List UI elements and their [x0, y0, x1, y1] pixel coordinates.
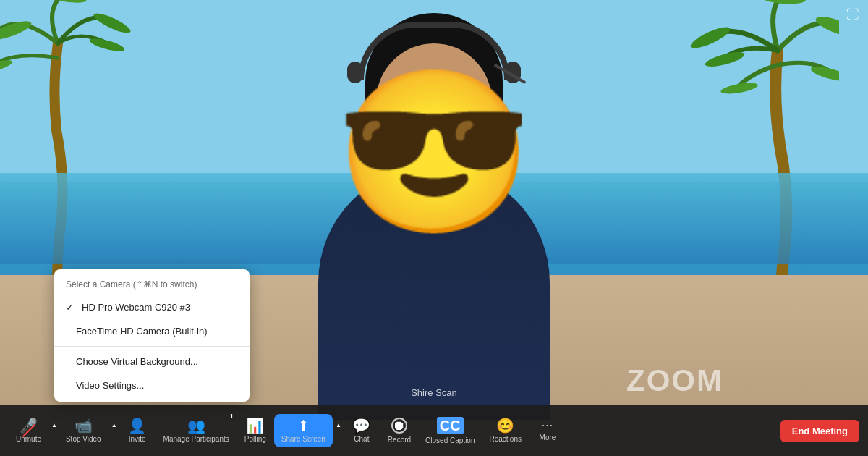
- chat-button[interactable]: 💬 Chat: [343, 414, 380, 447]
- toolbar: 🎤 Unmute ▲ 📹 Stop Video ▲ 👤 Invite 1 👥 M…: [0, 405, 868, 456]
- mute-group: 🎤 Unmute ▲: [9, 414, 59, 447]
- unmute-button[interactable]: 🎤 Unmute: [9, 414, 48, 447]
- svg-point-7: [688, 23, 732, 52]
- svg-point-8: [704, 49, 746, 69]
- main-container: 😎 ZOOM Shire Scan Select a Camera (⌃⌘N t…: [0, 0, 868, 456]
- unmute-label: Unmute: [16, 435, 41, 443]
- closed-caption-icon: CC: [437, 417, 464, 434]
- chat-icon: 💬: [352, 418, 370, 433]
- mute-caret[interactable]: ▲: [50, 422, 59, 428]
- manage-participants-label: Manage Participants: [163, 435, 229, 443]
- virtual-background-option[interactable]: Choose Virtual Background...: [54, 350, 250, 373]
- shire-scan-label: Shire Scan: [411, 387, 457, 398]
- top-right-button[interactable]: ⛶: [846, 7, 859, 22]
- polling-icon: 📊: [246, 418, 264, 433]
- record-label: Record: [388, 436, 411, 444]
- more-icon: ···: [542, 420, 553, 431]
- camera-option-facetime[interactable]: FaceTime HD Camera (Built-in): [54, 319, 250, 343]
- share-caret[interactable]: ▲: [334, 422, 343, 428]
- svg-point-0: [0, 17, 33, 43]
- camera-option-hd-webcam-label: HD Pro Webcam C920 #3: [82, 302, 190, 313]
- stop-video-label: Stop Video: [66, 435, 101, 443]
- svg-point-2: [92, 10, 133, 36]
- participant-count-badge: 1: [230, 413, 234, 420]
- closed-caption-label: Closed Caption: [425, 436, 475, 444]
- more-button[interactable]: ··· More: [529, 415, 566, 446]
- reactions-button[interactable]: 😊 Reactions: [482, 414, 528, 447]
- chat-label: Chat: [354, 435, 369, 443]
- camera-menu-header: Select a Camera (⌃⌘N to switch): [54, 274, 250, 295]
- video-icon: 📹: [75, 418, 93, 433]
- stop-video-button[interactable]: 📹 Stop Video: [59, 414, 109, 447]
- reactions-label: Reactions: [489, 435, 521, 443]
- video-caret[interactable]: ▲: [110, 422, 119, 428]
- video-settings-label: Video Settings...: [76, 380, 144, 391]
- stop-video-group: 📹 Stop Video ▲: [59, 414, 119, 447]
- share-screen-group: ⬆ Share Screen ▲: [274, 414, 343, 447]
- more-label: More: [540, 434, 556, 442]
- svg-point-5: [814, 13, 839, 41]
- record-button[interactable]: ⏺ Record: [380, 413, 418, 448]
- reactions-icon: 😊: [496, 418, 514, 433]
- camera-option-hd-webcam[interactable]: HD Pro Webcam C920 #3: [54, 295, 250, 319]
- invite-icon: 👤: [128, 418, 146, 433]
- manage-participants-button[interactable]: 1 👥 Manage Participants: [156, 414, 237, 447]
- share-screen-label: Share Screen: [281, 435, 326, 443]
- end-meeting-button[interactable]: End Meeting: [780, 420, 859, 442]
- emoji-face: 😎: [335, 72, 534, 232]
- zoom-watermark: ZOOM: [626, 363, 723, 398]
- svg-point-1: [43, 0, 88, 5]
- svg-point-6: [759, 0, 806, 6]
- share-screen-button[interactable]: ⬆ Share Screen: [274, 414, 333, 447]
- camera-option-facetime-label: FaceTime HD Camera (Built-in): [76, 326, 208, 337]
- video-settings-option[interactable]: Video Settings...: [54, 373, 250, 397]
- camera-menu-divider: [54, 346, 250, 347]
- camera-selection-menu: Select a Camera (⌃⌘N to switch) HD Pro W…: [54, 269, 250, 402]
- closed-caption-button[interactable]: CC Closed Caption: [418, 413, 482, 449]
- mic-muted-icon: 🎤: [20, 418, 38, 433]
- polling-button[interactable]: 📊 Polling: [237, 414, 274, 447]
- polling-label: Polling: [244, 435, 266, 443]
- participants-icon: 👥: [187, 418, 205, 433]
- record-icon: ⏺: [391, 418, 407, 434]
- share-screen-icon: ⬆: [297, 418, 310, 433]
- svg-point-3: [88, 36, 125, 54]
- invite-button[interactable]: 👤 Invite: [119, 414, 156, 447]
- virtual-background-label: Choose Virtual Background...: [76, 356, 198, 367]
- invite-label: Invite: [129, 435, 146, 443]
